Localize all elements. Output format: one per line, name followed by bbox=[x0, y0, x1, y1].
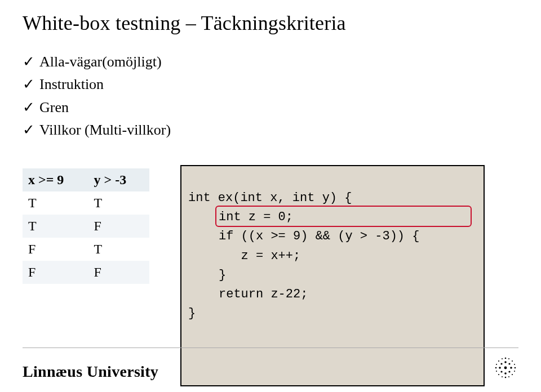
check-icon: ✓ bbox=[23, 119, 34, 141]
university-wordmark: Linnæus University bbox=[23, 363, 158, 381]
svg-point-17 bbox=[502, 358, 503, 359]
bullet-item: ✓ Instruktion bbox=[23, 73, 518, 96]
bullet-item: ✓ Alla-vägar(omöjligt) bbox=[23, 51, 518, 73]
svg-point-14 bbox=[512, 360, 513, 362]
bullet-text: Instruktion bbox=[39, 73, 104, 96]
bullet-item: ✓ Villkor (Multi-villkor) bbox=[23, 119, 518, 141]
svg-point-8 bbox=[508, 371, 510, 372]
svg-point-3 bbox=[499, 367, 501, 369]
code-line: int ex(int x, int y) { bbox=[188, 189, 477, 208]
truth-cell: F bbox=[88, 261, 149, 284]
svg-point-16 bbox=[512, 374, 513, 375]
check-icon: ✓ bbox=[23, 51, 34, 73]
svg-point-18 bbox=[508, 358, 509, 359]
svg-point-11 bbox=[495, 367, 497, 369]
code-line: } bbox=[188, 304, 477, 323]
bullet-list: ✓ Alla-vägar(omöjligt) ✓ Instruktion ✓ G… bbox=[23, 51, 518, 141]
truth-cell: F bbox=[23, 261, 88, 284]
svg-point-20 bbox=[508, 376, 509, 377]
bullet-text: Alla-vägar(omöjligt) bbox=[39, 51, 162, 73]
svg-point-23 bbox=[514, 364, 515, 365]
truth-table-header-y: y > -3 bbox=[88, 168, 149, 191]
truth-cell: T bbox=[88, 191, 149, 215]
svg-point-13 bbox=[498, 360, 499, 362]
svg-point-22 bbox=[496, 371, 497, 372]
svg-point-6 bbox=[508, 363, 510, 364]
svg-point-19 bbox=[502, 376, 503, 377]
svg-point-5 bbox=[500, 363, 502, 364]
svg-point-24 bbox=[514, 371, 515, 372]
svg-point-10 bbox=[505, 377, 507, 378]
svg-point-4 bbox=[510, 367, 512, 369]
footer: Linnæus University bbox=[23, 348, 518, 381]
table-row: T F bbox=[23, 215, 149, 238]
svg-point-21 bbox=[496, 364, 497, 365]
check-icon: ✓ bbox=[23, 73, 34, 96]
svg-point-9 bbox=[505, 358, 507, 359]
svg-point-12 bbox=[515, 367, 516, 369]
truth-cell: F bbox=[23, 238, 88, 261]
truth-table: x >= 9 y > -3 T T T F F T F F bbox=[23, 168, 149, 284]
truth-cell: F bbox=[88, 215, 149, 238]
truth-cell: T bbox=[23, 215, 88, 238]
check-icon: ✓ bbox=[23, 96, 34, 119]
university-logo-icon bbox=[493, 355, 518, 381]
bullet-item: ✓ Gren bbox=[23, 96, 518, 119]
page-title: White-box testning – Täckningskriteria bbox=[23, 11, 518, 35]
truth-cell: T bbox=[88, 238, 149, 261]
bullet-text: Villkor (Multi-villkor) bbox=[39, 119, 171, 141]
truth-cell: T bbox=[23, 191, 88, 215]
table-row: T T bbox=[23, 191, 149, 215]
svg-point-1 bbox=[504, 361, 507, 363]
code-line: int z = 0; bbox=[188, 208, 477, 227]
svg-point-0 bbox=[504, 367, 507, 369]
svg-point-7 bbox=[500, 371, 502, 372]
table-row: F F bbox=[23, 261, 149, 284]
svg-point-2 bbox=[504, 372, 507, 375]
bullet-text: Gren bbox=[39, 96, 69, 119]
code-line: if ((x >= 9) && (y > -3)) { bbox=[188, 227, 477, 246]
code-line: z = x++; bbox=[188, 247, 477, 266]
truth-table-header-x: x >= 9 bbox=[23, 168, 88, 191]
code-line: } bbox=[188, 266, 477, 285]
table-row: F T bbox=[23, 238, 149, 261]
svg-point-15 bbox=[498, 374, 499, 375]
code-line: return z-22; bbox=[188, 285, 477, 304]
